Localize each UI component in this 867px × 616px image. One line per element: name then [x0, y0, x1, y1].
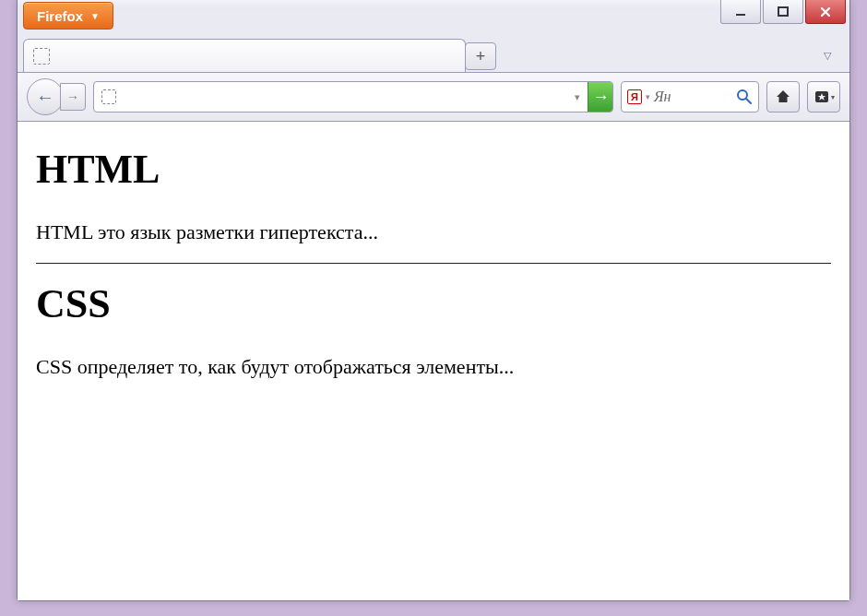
search-engine-icon: Я: [627, 89, 642, 104]
search-bar[interactable]: Я ▾ Ян: [621, 81, 759, 113]
forward-button[interactable]: →: [60, 83, 86, 111]
paragraph-html: HTML это язык разметки гипертекста...: [36, 220, 831, 244]
maximize-button[interactable]: [763, 0, 803, 24]
svg-rect-0: [736, 14, 745, 16]
arrow-left-icon: ←: [36, 87, 54, 108]
urlbar-dropdown-icon[interactable]: ▾: [575, 91, 582, 103]
svg-line-3: [746, 99, 751, 103]
search-icon: [736, 89, 753, 105]
firefox-menu-button[interactable]: Firefox ▼: [23, 2, 113, 30]
nav-buttons: ← →: [27, 78, 86, 115]
home-button[interactable]: [766, 81, 800, 113]
heading-html: HTML: [36, 146, 831, 193]
minimize-button[interactable]: [720, 0, 761, 24]
tab-active[interactable]: [23, 39, 466, 72]
paragraph-css: CSS определяет то, как будут отображатьс…: [36, 355, 831, 379]
search-placeholder: Ян: [654, 89, 671, 105]
chevron-down-icon: ▼: [90, 11, 100, 21]
chevron-down-icon: ▾: [831, 93, 835, 101]
home-icon: [775, 89, 791, 105]
close-button[interactable]: [805, 0, 846, 24]
page-icon: [33, 48, 50, 65]
bookmarks-button[interactable]: ▾: [807, 81, 840, 113]
svg-rect-1: [778, 7, 788, 16]
close-icon: [819, 6, 832, 18]
plus-icon: +: [476, 47, 486, 66]
site-identity-icon: [101, 89, 116, 104]
bookmark-icon: [814, 89, 830, 105]
divider: [36, 263, 831, 264]
window-controls: [719, 0, 846, 24]
heading-css: CSS: [36, 280, 831, 327]
navigation-toolbar: ← → ▾ → Я ▾ Ян ▾: [18, 72, 849, 122]
go-button[interactable]: →: [588, 81, 613, 113]
back-button[interactable]: ←: [27, 78, 64, 115]
chevron-down-icon: ▽: [824, 50, 831, 62]
browser-window: Firefox ▼ + ▽ ← →: [17, 0, 850, 601]
tab-strip: + ▽: [23, 35, 844, 72]
new-tab-button[interactable]: +: [465, 42, 496, 70]
url-bar[interactable]: ▾ →: [93, 81, 613, 113]
page-content: HTML HTML это язык разметки гипертекста.…: [18, 122, 849, 600]
firefox-menu-label: Firefox: [37, 8, 83, 24]
maximize-icon: [778, 6, 789, 18]
minimize-icon: [735, 6, 746, 18]
tabstrip-overflow-button[interactable]: ▽: [816, 46, 838, 65]
arrow-right-icon: →: [593, 88, 610, 107]
arrow-right-icon: →: [66, 89, 79, 104]
search-engine-dropdown-icon[interactable]: ▾: [646, 92, 650, 101]
